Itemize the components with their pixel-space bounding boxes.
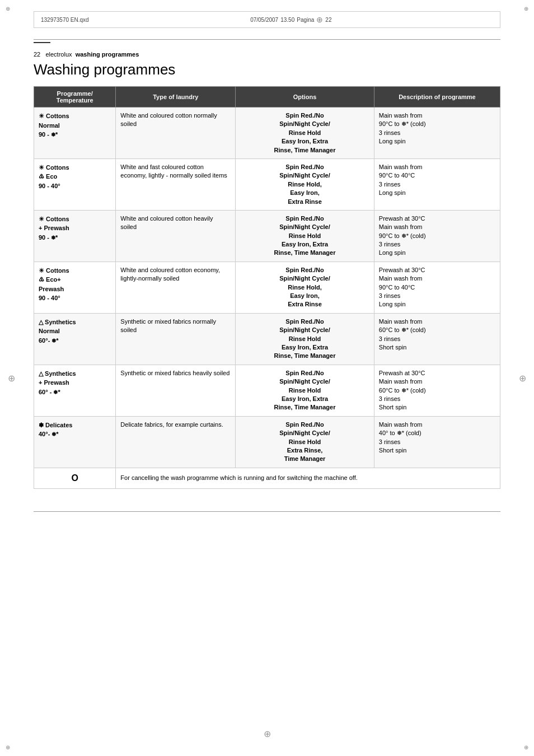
programme-line-icon: ☀ Cottons [39, 113, 69, 119]
options-cell: Spin Red./NoSpin/Night Cycle/Rinse Hold,… [236, 262, 374, 313]
programme-line: 60° - ❅* [39, 389, 60, 395]
options-line-bold: Spin/Night Cycle/ [279, 172, 330, 179]
page-title: Washing programmes [34, 61, 500, 78]
description-line: Prewash at 30°C [379, 215, 425, 222]
reg-mark-left: ⊕ [8, 373, 15, 384]
description-line: Main wash from [379, 223, 423, 230]
programme-line-icon: ☀ Cottons [39, 164, 69, 171]
description-line: 60°C to ❅* (cold) [379, 387, 426, 394]
description-line: 90°C to 40°C [379, 172, 415, 179]
description-line: Short spin [379, 447, 407, 454]
reg-mark-right: ⊕ [519, 373, 526, 384]
description-line: Long spin [379, 138, 406, 144]
programme-cell: O [34, 468, 116, 488]
options-line-bold: Spin/Night Cycle/ [279, 430, 330, 436]
description-line: 3 rinses [379, 181, 401, 188]
page-number: 22 [34, 51, 40, 58]
table-row: ☀ Cottons♳ Eco+Prewash90 - 40°White and … [34, 262, 500, 313]
description-cell: Main wash from60°C to ❅* (cold)3 rinsesS… [374, 313, 500, 365]
options-line: Rinse, Time Manager [274, 249, 336, 256]
corner-mark-bl: ⊕ [6, 744, 10, 750]
file-time: 13.50 [280, 17, 294, 23]
description-line: 3 rinses [379, 335, 401, 342]
description-cell: Prewash at 30°CMain wash from90°C to 40°… [374, 262, 500, 313]
top-rule [34, 39, 500, 40]
table-row: ☀ CottonsNormal90 - ❅*White and coloured… [34, 108, 500, 159]
options-line: Rinse Hold [289, 129, 321, 136]
programme-cell: △ SyntheticsNormal60°- ❅* [34, 313, 116, 365]
description-cell: Main wash from40° to ❅* (cold)3 rinsesSh… [374, 416, 500, 468]
programme-line: ♳ Eco [39, 173, 57, 180]
description-line: 90°C to 40°C [379, 284, 415, 291]
programme-line-icon: △ Synthetics [39, 319, 76, 325]
options-line-bold: Spin Red./No [285, 421, 324, 428]
programme-cell: ✽ Delicates40°- ❅* [34, 416, 116, 468]
file-header: 132973570 EN.qxd 07/05/2007 13.50 Pagina… [34, 11, 500, 28]
programme-name: ☀ Cottons♳ Eco+Prewash90 - 40° [39, 266, 111, 303]
description-line: Long spin [379, 249, 406, 256]
bottom-section [34, 511, 500, 514]
options-cell: Spin Red./NoSpin/Night Cycle/Rinse HoldE… [236, 108, 374, 159]
programme-name: △ SyntheticsNormal60°- ❅* [39, 318, 111, 346]
options-line: Easy Iron, Extra [282, 138, 328, 144]
description-cell: Prewash at 30°CMain wash from60°C to ❅* … [374, 365, 500, 416]
options-line: Extra Rinse, [287, 447, 323, 454]
programme-cell: △ Synthetics+ Prewash60° - ❅* [34, 365, 116, 416]
description-line: 90°C to ❅* (cold) [379, 120, 426, 127]
programme-name: ☀ Cottons+ Prewash90 - ❅* [39, 214, 111, 242]
options-line-bold: Spin/Night Cycle/ [279, 275, 330, 282]
description-line: Main wash from [379, 112, 423, 119]
programme-line: Normal [39, 328, 60, 334]
table-row: OFor cancelling the wash programme which… [34, 468, 500, 488]
description-line: 40° to ❅* (cold) [379, 430, 421, 436]
description-line: Main wash from [379, 275, 423, 282]
description-line: Main wash from [379, 318, 423, 325]
laundry-cell: Delicate fabrics, for example curtains. [116, 416, 236, 468]
corner-mark-tl: ⊕ [6, 6, 10, 12]
programme-line: 90 - 40° [39, 183, 60, 189]
programme-name: ☀ CottonsNormal90 - ❅* [39, 111, 111, 139]
options-line-bold: Spin Red./No [285, 370, 324, 376]
options-line-bold: Spin/Night Cycle/ [279, 378, 330, 385]
description-line: 60°C to ❅* (cold) [379, 326, 426, 333]
options-cell: Spin Red./NoSpin/Night Cycle/Rinse HoldE… [236, 313, 374, 365]
table-row: △ Synthetics+ Prewash60° - ❅*Synthetic o… [34, 365, 500, 416]
options-line-bold: Spin Red./No [285, 112, 324, 119]
options-line: Easy Iron, [290, 189, 320, 196]
page-wrapper: ⊕ ⊕ ⊕ ⊕ ⊕ ⊕ ⊕ 132973570 EN.qxd 07/05/200… [0, 0, 534, 756]
programme-line-icon: ☀ Cottons [39, 267, 69, 274]
options-line-bold: Spin Red./No [285, 267, 324, 273]
programme-cell: ☀ Cottons♳ Eco+Prewash90 - 40° [34, 262, 116, 313]
corner-mark-tr: ⊕ [524, 6, 528, 12]
section-name: washing programmes [76, 51, 139, 58]
programme-cell: ☀ CottonsNormal90 - ❅* [34, 108, 116, 159]
table-row: ✽ Delicates40°- ❅*Delicate fabrics, for … [34, 416, 500, 468]
programme-line-icon: ✽ Delicates [39, 422, 72, 428]
th-programme: Programme/ Temperature [34, 87, 116, 108]
programme-line: + Prewash [39, 379, 69, 386]
description-line: 3 rinses [379, 292, 401, 299]
short-rule [34, 42, 50, 43]
options-line-bold: Spin Red./No [285, 215, 324, 222]
brand-line: 22 electrolux washing programmes [34, 51, 500, 58]
options-cell: Spin Red./NoSpin/Night Cycle/Rinse HoldE… [236, 210, 374, 262]
options-line: Rinse Hold [289, 387, 321, 394]
description-line: Long spin [379, 189, 406, 196]
programme-line: Normal [39, 122, 60, 129]
description-line: Main wash from [379, 164, 423, 170]
description-line: 3 rinses [379, 241, 401, 248]
programme-name: ✽ Delicates40°- ❅* [39, 421, 111, 439]
table-row: ☀ Cottons♳ Eco90 - 40°White and fast col… [34, 158, 500, 210]
laundry-cell: White and coloured cotton heavily soiled [116, 210, 236, 262]
description-cell: Main wash from90°C to ❅* (cold)3 rinsesL… [374, 108, 500, 159]
options-line: Easy Iron, Extra [282, 395, 328, 402]
options-line: Rinse Hold, [288, 181, 322, 188]
corner-mark-br: ⊕ [524, 744, 528, 750]
options-line: Rinse, Time Manager [274, 352, 336, 359]
programme-name: ☀ Cottons♳ Eco90 - 40° [39, 163, 111, 191]
options-line: Easy Iron, Extra [282, 241, 328, 248]
file-page-label: Pagina [297, 17, 314, 23]
reg-mark-bottom: ⊕ [264, 729, 271, 739]
programme-name: △ Synthetics+ Prewash60° - ❅* [39, 369, 111, 397]
options-line: Easy Iron, Extra [282, 344, 328, 351]
